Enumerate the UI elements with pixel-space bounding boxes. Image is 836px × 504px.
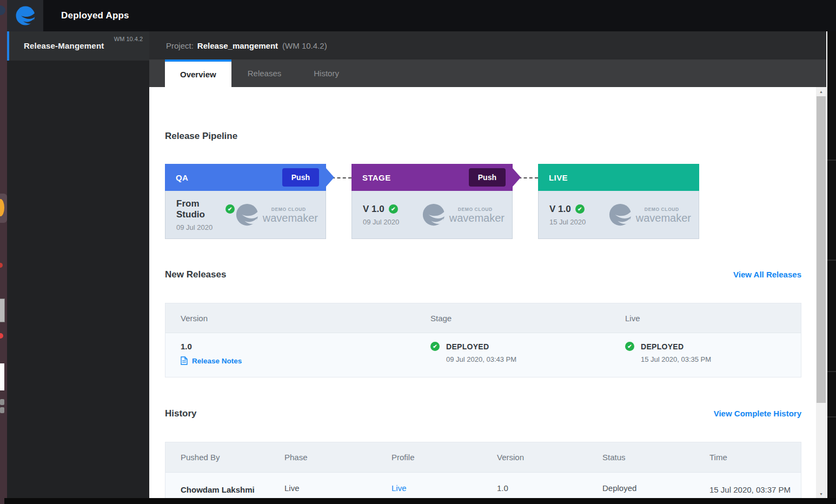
release-version: 1.0 [181, 342, 415, 351]
column-header-profile: Profile [376, 453, 482, 462]
stage-date: 15 Jul 2020 [549, 218, 586, 226]
stage-name: STAGE [362, 173, 391, 182]
tab-history[interactable]: History [297, 59, 355, 87]
stage-body-qa: From Studio ✔ 09 Jul 2020 [165, 191, 326, 239]
stage-version: V 1.0 [549, 204, 571, 215]
wavemaker-brand: DEMO CLOUD wavemaker [421, 202, 505, 227]
sidebar-app-version-badge: WM 10.4.2 [114, 36, 143, 42]
stage-header-stage: STAGE Push [351, 164, 513, 191]
live-deploy-status: DEPLOYED [641, 342, 684, 351]
brand-demo-cloud-label: DEMO CLOUD [271, 207, 318, 212]
background-right-strip [827, 31, 836, 504]
tab-releases[interactable]: Releases [231, 59, 298, 87]
brand-demo-cloud-label: DEMO CLOUD [458, 207, 505, 212]
push-button-stage[interactable]: Push [469, 168, 506, 187]
view-all-releases-link[interactable]: View All Releases [733, 270, 801, 279]
column-header-version: Version [482, 453, 587, 462]
push-button-qa[interactable]: Push [282, 168, 319, 187]
scrollbar-thumb[interactable] [817, 96, 826, 403]
divider [827, 260, 836, 261]
success-check-icon: ✔ [389, 204, 398, 214]
wavemaker-brand: DEMO CLOUD wavemaker [608, 202, 691, 227]
wavemaker-wave-icon [608, 202, 633, 227]
new-releases-table-header: Version Stage Live [165, 303, 801, 333]
dock-icon-fragment [0, 363, 4, 390]
pipeline-stage-live: LIVE V 1.0 ✔ 15 Jul 2020 [538, 164, 699, 239]
vertical-scrollbar[interactable]: ▲ ▼ [816, 87, 826, 498]
stage-header-qa: QA Push [165, 164, 326, 191]
stage-name: QA [176, 173, 188, 182]
success-check-icon: ✔ [430, 342, 440, 351]
divider [827, 416, 836, 417]
pipeline-stage-qa: QA Push From Studio ✔ 09 Jul 2020 [165, 164, 326, 239]
divider [827, 160, 836, 161]
stage-date: 09 Jul 2020 [363, 218, 399, 226]
stage-deploy-status: DEPLOYED [446, 342, 489, 351]
tab-strip: Overview Releases History [149, 59, 826, 87]
scrollbar-down-arrow-icon[interactable]: ▼ [816, 489, 826, 498]
document-icon [181, 356, 188, 365]
top-bar: Deployed Apps [7, 0, 836, 31]
deployed-apps-window: Deployed Apps Release-Mangement WM 10.4.… [0, 0, 836, 504]
view-complete-history-link[interactable]: View Complete History [714, 409, 801, 418]
sidebar-item-release-mangement[interactable]: Release-Mangement WM 10.4.2 [7, 31, 149, 61]
stage-name: LIVE [549, 173, 568, 182]
wavemaker-logo-button[interactable] [7, 0, 43, 31]
dock-icon-fragment [0, 399, 4, 405]
pipeline-stage-stage: STAGE Push V 1.0 ✔ 09 Jul 2020 [351, 164, 513, 239]
stage-cell: ✔ DEPLOYED 09 Jul 2020, 03:43 PM [415, 342, 610, 367]
stage-arrow-icon [326, 168, 334, 187]
dock-icon-fragment [0, 263, 3, 268]
phase-cell: Live [269, 483, 376, 498]
stage-version: From Studio [176, 198, 221, 220]
project-label: Project: [166, 41, 194, 50]
success-check-icon: ✔ [225, 204, 235, 214]
brand-demo-cloud-label: DEMO CLOUD [645, 207, 691, 212]
history-table-header: Pushed By Phase Profile Version Status T… [165, 442, 801, 472]
brand-wavemaker-label: wavemaker [263, 213, 318, 223]
wavemaker-wave-icon [421, 202, 446, 227]
live-deploy-time: 15 Jul 2020, 03:35 PM [641, 355, 801, 363]
live-cell: ✔ DEPLOYED 15 Jul 2020, 03:35 PM [610, 342, 801, 367]
dock-icon-fragment [0, 333, 3, 339]
divider [827, 371, 836, 372]
sidebar-app-name: Release-Mangement [24, 41, 104, 50]
time-cell: 15 Jul 2020, 03:37 PM [694, 483, 801, 498]
pushed-by-cell: Chowdam Lakshmi Ramana [165, 483, 269, 498]
column-header-version: Version [165, 314, 415, 323]
dock-icon-fragment [0, 407, 4, 413]
table-row: Chowdam Lakshmi Ramana Live Live 1.0 Dep… [165, 472, 801, 498]
new-releases-table: Version Stage Live 1.0 [165, 303, 801, 377]
sidebar: Release-Mangement WM 10.4.2 [7, 31, 149, 498]
tab-overview[interactable]: Overview [165, 59, 231, 87]
history-heading: History [165, 408, 197, 419]
dock-icon-fragment [0, 5, 5, 15]
version-cell: 1.0 Release Notes [165, 342, 415, 367]
status-cell: Deployed [587, 483, 694, 498]
new-releases-heading: New Releases [165, 269, 226, 280]
wavemaker-wave-icon [15, 5, 36, 26]
stage-arrow-icon [513, 168, 521, 187]
stage-body-live: V 1.0 ✔ 15 Jul 2020 [538, 191, 699, 239]
wavemaker-brand: DEMO CLOUD wavemaker [235, 202, 318, 227]
wavemaker-wave-icon [235, 202, 260, 227]
brand-wavemaker-label: wavemaker [636, 213, 691, 223]
column-header-phase: Phase [269, 453, 376, 462]
dock-icon-fragment [0, 299, 5, 322]
release-pipeline: QA Push From Studio ✔ 09 Jul 2020 [165, 164, 801, 239]
background-dock-strip [0, 0, 7, 504]
release-notes-link[interactable]: Release Notes [181, 356, 242, 365]
column-header-pushed-by: Pushed By [165, 453, 269, 462]
stage-date: 09 Jul 2020 [176, 223, 235, 231]
column-header-time: Time [694, 453, 801, 462]
column-header-status: Status [587, 453, 694, 462]
profile-link[interactable]: Live [392, 483, 407, 493]
column-header-live: Live [610, 314, 801, 323]
version-cell: 1.0 [482, 483, 587, 498]
scrollbar-up-arrow-icon[interactable]: ▲ [816, 87, 826, 96]
release-notes-label: Release Notes [192, 357, 242, 365]
main-content: Release Pipeline QA Push From Studio ✔ [149, 87, 816, 498]
brand-wavemaker-label: wavemaker [449, 213, 505, 223]
stage-body-stage: V 1.0 ✔ 09 Jul 2020 [351, 191, 513, 239]
project-name: Release_mangement [197, 41, 278, 50]
